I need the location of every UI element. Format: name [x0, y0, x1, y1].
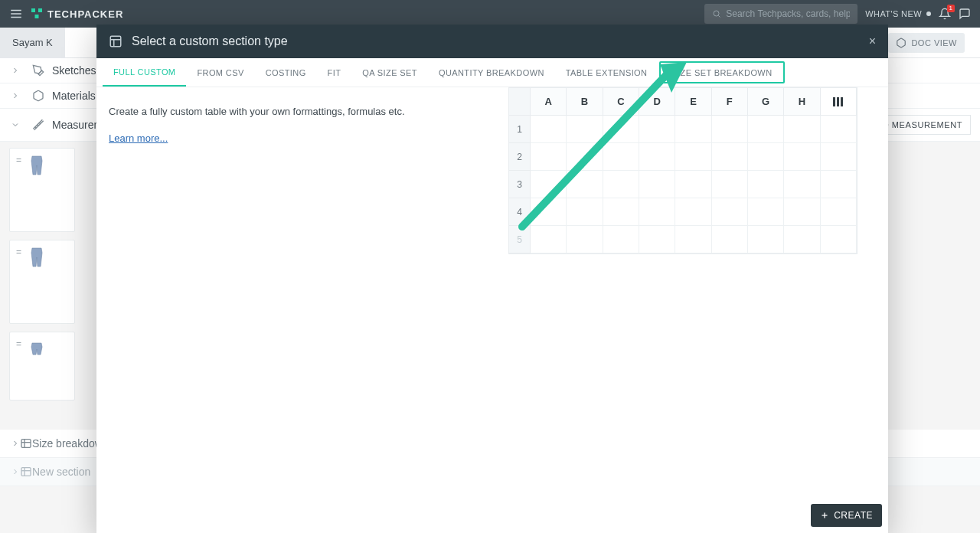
- sheet-cell[interactable]: [748, 198, 784, 226]
- sheet-cell[interactable]: [603, 226, 639, 253]
- sheet-cell[interactable]: [567, 143, 603, 171]
- sheet-cell[interactable]: [712, 171, 748, 198]
- sheet-cell[interactable]: [784, 143, 820, 171]
- feedback-button[interactable]: [959, 8, 971, 20]
- thumb-card[interactable]: =: [9, 332, 75, 401]
- sheet-cell[interactable]: [712, 116, 748, 143]
- tab-fit[interactable]: FIT: [317, 58, 352, 87]
- col-header[interactable]: H: [784, 88, 820, 116]
- doc-view-button[interactable]: DOC VIEW: [888, 33, 965, 53]
- brand[interactable]: TECHPACKER: [31, 8, 123, 20]
- table-row: 5: [509, 226, 857, 253]
- sheet-cell[interactable]: [748, 116, 784, 143]
- sheet-cell[interactable]: [675, 226, 711, 253]
- thumb-card[interactable]: =: [9, 148, 75, 232]
- sheet-cell[interactable]: [603, 171, 639, 198]
- drag-handle-icon[interactable]: =: [16, 338, 21, 349]
- sheet-cell[interactable]: [821, 226, 857, 253]
- sheet-cell[interactable]: [639, 171, 675, 198]
- row-header[interactable]: 5: [509, 226, 531, 253]
- svg-rect-23: [833, 97, 835, 106]
- svg-line-11: [35, 127, 36, 128]
- drag-handle-icon[interactable]: =: [16, 155, 21, 165]
- sheet-cell[interactable]: [567, 198, 603, 226]
- sheet-cell[interactable]: [567, 171, 603, 198]
- learn-more-link[interactable]: Learn more...: [109, 132, 168, 144]
- sheet-cell[interactable]: [748, 171, 784, 198]
- notifications-button[interactable]: 1: [939, 8, 951, 20]
- sheet-cell[interactable]: [784, 171, 820, 198]
- sheet-cell[interactable]: [675, 171, 711, 198]
- sheet-cell[interactable]: [531, 143, 567, 171]
- brand-text: TECHPACKER: [47, 8, 123, 20]
- sheet-cell[interactable]: [531, 226, 567, 253]
- whats-new-link[interactable]: WHAT'S NEW: [865, 9, 931, 18]
- doc-view-label: DOC VIEW: [911, 38, 957, 47]
- sheet-cell[interactable]: [712, 143, 748, 171]
- hamburger-icon[interactable]: [9, 7, 23, 21]
- spreadsheet-preview: A B C D E F G H 1 2 3: [508, 87, 858, 254]
- search-input[interactable]: [726, 8, 850, 19]
- col-header[interactable]: C: [603, 88, 639, 116]
- col-header[interactable]: F: [712, 88, 748, 116]
- sheet-header-row: A B C D E F G H: [509, 88, 857, 116]
- sheet-cell[interactable]: [639, 226, 675, 253]
- tab-table-extension[interactable]: TABLE EXTENSION: [555, 58, 658, 87]
- sheet-cell[interactable]: [748, 226, 784, 253]
- sheet-cell[interactable]: [567, 226, 603, 253]
- sheet-cell[interactable]: [639, 198, 675, 226]
- sheet-cell[interactable]: [639, 116, 675, 143]
- row-header[interactable]: 1: [509, 116, 531, 143]
- tab-qa-size-set[interactable]: QA SIZE SET: [351, 58, 428, 87]
- thumb-card[interactable]: =: [9, 240, 75, 324]
- sheet-cell[interactable]: [821, 171, 857, 198]
- sheet-cell[interactable]: [821, 198, 857, 226]
- sheet-cell[interactable]: [821, 143, 857, 171]
- tab-from-csv[interactable]: FROM CSV: [186, 58, 254, 87]
- close-button[interactable]: ×: [869, 34, 876, 48]
- search-icon: [712, 9, 721, 18]
- whats-new-dot-icon: [926, 11, 931, 16]
- row-header[interactable]: 4: [509, 198, 531, 226]
- sheet-cell[interactable]: [531, 171, 567, 198]
- sheet-cell[interactable]: [675, 143, 711, 171]
- sheet-cell[interactable]: [821, 116, 857, 143]
- tab-costing[interactable]: COSTING: [255, 58, 317, 87]
- col-header[interactable]: G: [748, 88, 784, 116]
- col-header[interactable]: B: [567, 88, 603, 116]
- add-column-button[interactable]: [821, 88, 857, 116]
- tab-quantity-breakdown[interactable]: QUANTITY BREAKDOWN: [428, 58, 555, 87]
- row-header[interactable]: 2: [509, 143, 531, 171]
- sheet-cell[interactable]: [748, 143, 784, 171]
- svg-rect-25: [841, 97, 843, 106]
- tab-full-custom[interactable]: FULL CUSTOM: [103, 58, 186, 87]
- sheet-cell[interactable]: [603, 116, 639, 143]
- table-icon: [20, 466, 32, 478]
- svg-rect-20: [110, 36, 121, 47]
- layout-icon: [109, 34, 122, 48]
- table-icon: [20, 437, 32, 450]
- col-header[interactable]: E: [675, 88, 711, 116]
- sheet-cell[interactable]: [531, 198, 567, 226]
- modal-custom-section: Select a custom section type × FULL CUST…: [96, 25, 888, 533]
- sheet-cell[interactable]: [784, 226, 820, 253]
- sheet-cell[interactable]: [567, 116, 603, 143]
- create-button[interactable]: CREATE: [811, 504, 882, 527]
- col-header[interactable]: D: [639, 88, 675, 116]
- breadcrumb-user[interactable]: Sayam K: [0, 28, 65, 58]
- sheet-cell[interactable]: [531, 116, 567, 143]
- search-box[interactable]: [704, 4, 858, 24]
- tab-size-set-breakdown[interactable]: SIZE SET BREAKDOWN: [659, 61, 784, 83]
- sheet-cell[interactable]: [603, 198, 639, 226]
- sheet-cell[interactable]: [784, 198, 820, 226]
- col-header[interactable]: A: [531, 88, 567, 116]
- sheet-cell[interactable]: [784, 116, 820, 143]
- sheet-cell[interactable]: [603, 143, 639, 171]
- sheet-cell[interactable]: [712, 198, 748, 226]
- row-header[interactable]: 3: [509, 171, 531, 198]
- sheet-cell[interactable]: [675, 198, 711, 226]
- sheet-cell[interactable]: [675, 116, 711, 143]
- sheet-cell[interactable]: [639, 143, 675, 171]
- drag-handle-icon[interactable]: =: [16, 247, 21, 257]
- sheet-cell[interactable]: [712, 226, 748, 253]
